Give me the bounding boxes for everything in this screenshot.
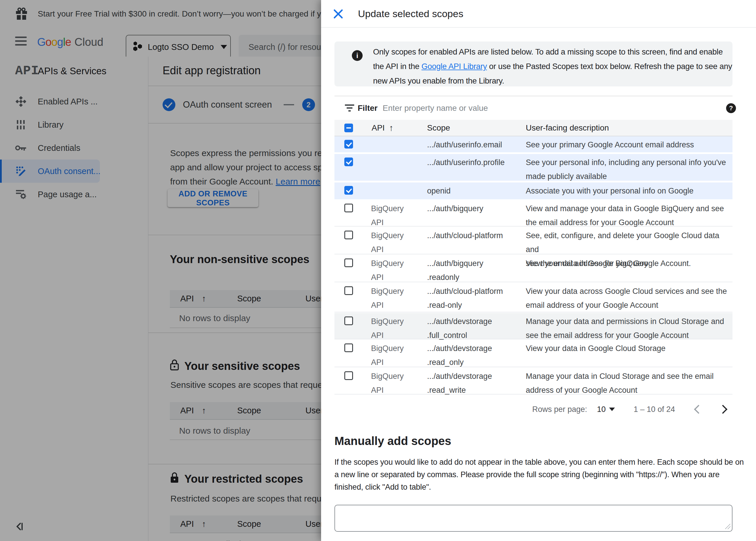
manually-add-scopes-heading: Manually add scopes xyxy=(334,434,451,448)
scope-row-checkbox[interactable] xyxy=(344,259,353,267)
scope-desc-cell: View your data across Google Cloud servi… xyxy=(526,284,733,312)
column-api[interactable]: API xyxy=(372,120,385,136)
scope-row-checkbox[interactable] xyxy=(344,231,353,239)
scope-row-checkbox[interactable] xyxy=(344,158,353,166)
info-icon: i xyxy=(352,50,363,61)
scope-row-checkbox[interactable] xyxy=(344,186,353,195)
scope-desc-cell: View and manage your data in Google BigQ… xyxy=(526,202,733,230)
sort-ascending-icon[interactable]: ↑ xyxy=(389,120,393,136)
filter-row: Filter ? xyxy=(334,96,732,120)
info-banner: i Only scopes for enabled APIs are liste… xyxy=(334,42,732,86)
scope-api-cell: BigQueryAPI xyxy=(371,341,415,369)
scopes-table-header: API ↑ Scope User-facing description xyxy=(334,120,732,136)
scope-api-cell: BigQueryAPI xyxy=(371,369,415,397)
scope-table-row[interactable]: BigQueryAPI.../auth/devstorage.full_cont… xyxy=(334,313,732,339)
help-icon[interactable]: ? xyxy=(726,103,736,113)
pagination-range: 1 – 10 of 24 xyxy=(633,405,675,414)
google-api-library-link[interactable]: Google API Library xyxy=(422,62,487,71)
column-scope[interactable]: Scope xyxy=(427,120,450,136)
filter-icon xyxy=(345,104,355,113)
scope-table-row[interactable]: BigQueryAPI.../auth/cloud-platform.read-… xyxy=(334,283,732,312)
pagination-bar: Rows per page: 10 1 – 10 of 24 xyxy=(532,395,732,423)
scope-table-row[interactable]: BigQueryAPI.../auth/devstorage.read_only… xyxy=(334,340,732,367)
update-scopes-panel: Update selected scopes i Only scopes for… xyxy=(321,0,756,541)
scope-row-checkbox[interactable] xyxy=(344,371,353,380)
scope-scope-cell: .../auth/devstorage.read_write xyxy=(427,369,523,397)
scope-scope-cell: .../auth/cloud-platform xyxy=(427,229,523,243)
manually-add-scopes-description: If the scopes you would like to add do n… xyxy=(334,456,744,493)
scope-table-row[interactable]: BigQueryAPI.../auth/bigqueryView and man… xyxy=(334,200,732,227)
scope-table-row[interactable]: openidAssociate you with your personal i… xyxy=(334,183,732,200)
scope-scope-cell: .../auth/userinfo.email xyxy=(427,138,523,152)
scope-scope-cell: .../auth/bigquery.readonly xyxy=(427,257,523,284)
scope-row-checkbox[interactable] xyxy=(344,204,353,212)
scope-table-row[interactable]: .../auth/userinfo.profileSee your person… xyxy=(334,154,732,182)
scope-table-row[interactable]: BigQueryAPI.../auth/cloud-platformSee, e… xyxy=(334,227,732,255)
scope-desc-cell: Manage your data and permissions in Clou… xyxy=(526,314,733,342)
scope-row-checkbox[interactable] xyxy=(344,140,353,149)
next-page-icon[interactable] xyxy=(718,405,727,414)
panel-title: Update selected scopes xyxy=(358,0,463,28)
rows-per-page-value[interactable]: 10 xyxy=(597,405,606,414)
rows-per-page-label: Rows per page: xyxy=(532,405,587,414)
scope-api-cell: BigQueryAPI xyxy=(371,202,415,230)
scope-table-row[interactable]: .../auth/userinfo.emailSee your primary … xyxy=(334,136,732,153)
scope-api-cell: BigQueryAPI xyxy=(371,314,415,342)
select-all-checkbox[interactable] xyxy=(344,124,353,132)
manual-scopes-textarea[interactable] xyxy=(334,505,732,532)
scope-table-row[interactable]: BigQueryAPI.../auth/devstorage.read_writ… xyxy=(334,368,732,394)
previous-page-icon xyxy=(694,405,703,414)
filter-input[interactable] xyxy=(382,99,645,117)
scope-desc-cell: See your primary Google Account email ad… xyxy=(526,138,733,152)
scope-api-cell: BigQueryAPI xyxy=(371,284,415,312)
scope-desc-cell: See your personal info, including any pe… xyxy=(526,156,733,183)
scope-scope-cell: .../auth/cloud-platform.read-only xyxy=(427,284,523,312)
scope-api-cell: BigQueryAPI xyxy=(371,229,415,257)
scope-table-row[interactable]: BigQueryAPI.../auth/bigquery.readonlyVie… xyxy=(334,255,732,282)
scope-desc-cell: View your data in Google Cloud Storage xyxy=(526,341,733,355)
app-window: Start your Free Trial with $300 in credi… xyxy=(0,0,756,541)
scope-scope-cell: .../auth/userinfo.profile xyxy=(427,156,523,170)
scope-scope-cell: openid xyxy=(427,184,523,198)
close-icon[interactable] xyxy=(332,8,345,20)
filter-label: Filter xyxy=(358,96,377,120)
scope-api-cell: BigQueryAPI xyxy=(371,257,415,284)
scope-scope-cell: .../auth/devstorage.read_only xyxy=(427,341,523,369)
scope-desc-cell: View your data in Google BigQuery xyxy=(526,257,733,270)
scope-scope-cell: .../auth/devstorage.full_control xyxy=(427,314,523,342)
scope-row-checkbox[interactable] xyxy=(344,343,353,352)
rows-per-page-caret-icon[interactable] xyxy=(609,407,615,411)
scope-row-checkbox[interactable] xyxy=(344,286,353,295)
scope-desc-cell: Associate you with your personal info on… xyxy=(526,184,733,198)
scope-desc-cell: Manage your data in Cloud Storage and se… xyxy=(526,369,733,397)
scope-scope-cell: .../auth/bigquery xyxy=(427,202,523,216)
scope-row-checkbox[interactable] xyxy=(344,316,353,325)
column-description[interactable]: User-facing description xyxy=(526,120,609,136)
panel-header: Update selected scopes xyxy=(321,0,756,28)
